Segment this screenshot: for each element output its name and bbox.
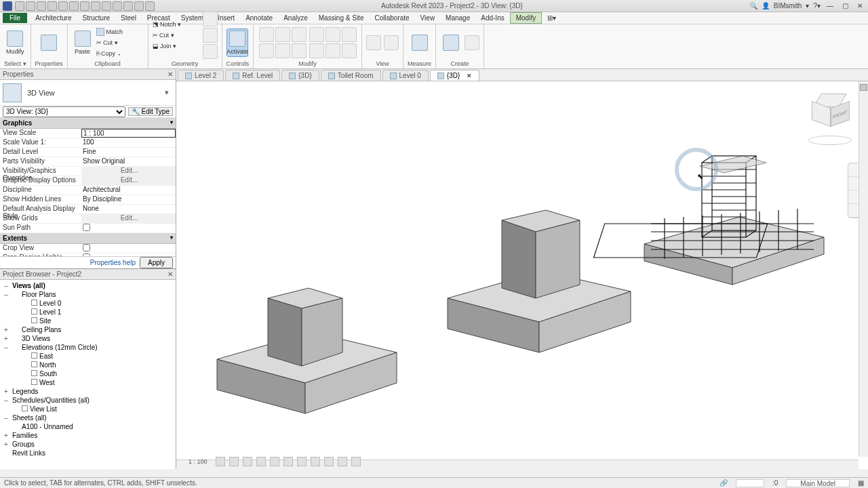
modify-button[interactable]: Modify: [4, 28, 26, 57]
geo-cut-button[interactable]: ✂ Cut ▾: [153, 30, 200, 40]
tree-twisty-icon[interactable]: –: [3, 414, 9, 422]
tree-node[interactable]: South: [3, 369, 173, 378]
maximize-button[interactable]: ▢: [840, 1, 850, 11]
drawing-canvas[interactable]: RIGHT: [176, 81, 868, 469]
view-tab[interactable]: {3D}: [281, 70, 319, 81]
tree-node[interactable]: +Families: [3, 431, 173, 440]
status-workset-field[interactable]: [736, 479, 764, 487]
tree-twisty-icon[interactable]: –: [3, 396, 9, 404]
vc-style-icon[interactable]: [229, 457, 239, 466]
prop-value[interactable]: Edit...: [81, 167, 176, 176]
vc-constraints-icon[interactable]: [351, 457, 361, 466]
search-icon[interactable]: 🔍: [749, 2, 757, 9]
trim-icon[interactable]: [292, 43, 307, 58]
tree-twisty-icon[interactable]: +: [3, 388, 9, 395]
properties-button[interactable]: [38, 28, 60, 57]
view-tab-close-icon[interactable]: ✕: [467, 73, 472, 79]
tree-node[interactable]: +3D Views: [3, 334, 173, 343]
prop-category[interactable]: Graphics: [0, 118, 176, 129]
prop-value[interactable]: Edit...: [81, 214, 176, 223]
prop-row[interactable]: Default Analysis Display StyleNone: [0, 205, 176, 214]
tree-node[interactable]: –Elevations (12mm Circle): [3, 343, 173, 352]
geo-icon-3[interactable]: [203, 44, 218, 59]
paste-button[interactable]: Paste: [72, 28, 94, 57]
tree-twisty-icon[interactable]: –: [3, 282, 9, 289]
create-button[interactable]: [440, 28, 462, 57]
move-icon[interactable]: [259, 27, 274, 42]
canvas-scroll-v[interactable]: [859, 81, 868, 457]
prop-row[interactable]: Graphic Display OptionsEdit...: [0, 176, 176, 186]
view-scale[interactable]: 1 : 100: [184, 458, 212, 465]
tab-manage[interactable]: Manage: [440, 13, 475, 23]
prop-value[interactable]: By Discipline: [81, 195, 176, 204]
match-button[interactable]: Match: [96, 27, 144, 37]
view-icon-2[interactable]: [384, 35, 399, 50]
pin-icon[interactable]: [326, 43, 340, 58]
properties-help-link[interactable]: Properties help: [90, 259, 136, 266]
vc-sun-icon[interactable]: [243, 457, 252, 466]
tab-structure[interactable]: Structure: [77, 13, 115, 23]
prop-value[interactable]: [81, 253, 176, 256]
prop-value[interactable]: Edit...: [81, 176, 176, 185]
qat-thin-icon[interactable]: [113, 1, 122, 11]
tree-node[interactable]: –Sheets (all): [3, 413, 173, 422]
scroll-thumb-v[interactable]: [860, 84, 867, 91]
footing-middle[interactable]: [448, 210, 631, 352]
tree-node[interactable]: East: [3, 352, 173, 361]
scale-icon[interactable]: [309, 43, 324, 58]
tab-view[interactable]: View: [415, 13, 441, 23]
prop-value[interactable]: 100: [81, 138, 176, 147]
prop-row[interactable]: View Scale1 : 100: [0, 129, 176, 138]
qat-save-icon[interactable]: [26, 1, 35, 11]
tree-node[interactable]: A100 - Unnamed: [3, 422, 173, 431]
mirror-icon[interactable]: [292, 27, 307, 42]
minimize-button[interactable]: —: [825, 1, 835, 11]
properties-close-icon[interactable]: ✕: [167, 70, 173, 78]
qat-close-icon[interactable]: [123, 1, 133, 11]
tab-modify[interactable]: Modify: [510, 12, 542, 24]
vc-crop-icon[interactable]: [283, 457, 293, 466]
prop-row[interactable]: Crop View: [0, 244, 176, 253]
notch-button[interactable]: ⬔ Notch ▾: [153, 20, 200, 29]
prop-row[interactable]: Visibility/Graphics OverridesEdit...: [0, 167, 176, 176]
tab-addins[interactable]: Add-Ins: [475, 13, 509, 23]
activate-button[interactable]: Activate: [226, 28, 248, 57]
join-button[interactable]: ⬓ Join ▾: [153, 41, 200, 51]
tree-node[interactable]: Level 1: [3, 308, 173, 317]
tree-twisty-icon[interactable]: –: [3, 291, 9, 298]
prop-value[interactable]: Show Original: [81, 157, 176, 166]
copy-tool-icon[interactable]: [259, 43, 274, 58]
user-icon[interactable]: 👤: [762, 2, 770, 9]
qat-switch-icon[interactable]: [134, 1, 144, 11]
tree-node[interactable]: –Floor Plans: [3, 290, 173, 299]
footing-left[interactable]: [217, 288, 397, 413]
tab-collaborate[interactable]: Collaborate: [369, 13, 414, 23]
type-selector[interactable]: 3D View ▾: [0, 80, 176, 106]
tab-steel[interactable]: Steel: [115, 13, 142, 23]
tree-node[interactable]: +Ceiling Plans: [3, 325, 173, 334]
tab-extra-icon[interactable]: ⊞▾: [542, 13, 561, 23]
vc-render-icon[interactable]: [270, 457, 279, 466]
prop-value[interactable]: [81, 244, 176, 253]
prop-row[interactable]: Parts VisibilityShow Original: [0, 157, 176, 167]
delete-icon[interactable]: [342, 43, 357, 58]
tree-node[interactable]: North: [3, 361, 173, 369]
help-icon[interactable]: ?▾: [813, 2, 821, 9]
tree-node[interactable]: View List: [3, 405, 173, 413]
vc-reveal-icon[interactable]: [338, 457, 347, 466]
status-worksets-icon[interactable]: 🔗: [719, 479, 728, 487]
tree-node[interactable]: –Views (all): [3, 281, 173, 290]
edit-type-button[interactable]: 🔧 Edit Type: [128, 107, 173, 116]
offset-icon[interactable]: [275, 27, 290, 42]
prop-row[interactable]: Show Hidden LinesBy Discipline: [0, 195, 176, 205]
prop-value[interactable]: 1 : 100: [81, 129, 176, 138]
type-drop-icon[interactable]: ▾: [165, 88, 173, 97]
qat-open-icon[interactable]: [15, 1, 24, 11]
prop-value[interactable]: Architectural: [81, 186, 176, 195]
user-drop-icon[interactable]: ▾: [806, 2, 809, 9]
view-tab[interactable]: Toilet Room: [321, 70, 381, 81]
tree-twisty-icon[interactable]: +: [3, 335, 9, 342]
create-icon-2[interactable]: [465, 35, 479, 50]
view-tab[interactable]: Level 2: [178, 70, 224, 81]
measure-button[interactable]: [409, 28, 431, 57]
